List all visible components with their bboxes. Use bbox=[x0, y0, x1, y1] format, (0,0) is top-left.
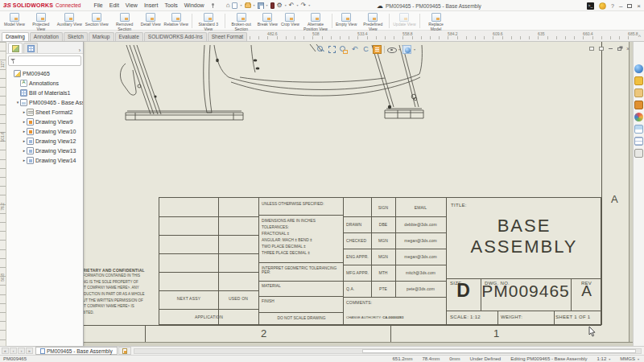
undo-caret-icon[interactable]: ▾ bbox=[296, 3, 298, 7]
save-caret-icon[interactable]: ▾ bbox=[266, 3, 268, 7]
tree-item-sheet-format2[interactable]: ▸Sheet Format2 bbox=[6, 107, 83, 117]
empty-view-button[interactable]: Empty View bbox=[334, 12, 358, 30]
auxiliary-view-button[interactable]: Auxiliary View bbox=[56, 12, 84, 30]
view-palette-icon[interactable] bbox=[634, 137, 643, 146]
doc-close-icon[interactable]: × bbox=[626, 47, 630, 51]
tab-solidworks-add-ins[interactable]: SOLIDWORKS Add-Ins bbox=[144, 32, 207, 41]
undo-icon[interactable]: ↶ bbox=[289, 2, 295, 9]
drawing-canvas[interactable]: 2 1 A ↶C▾▾ × PROPRIETARY AND CONFIDENTIA… bbox=[6, 42, 633, 346]
tab-sheet-format[interactable]: Sheet Format bbox=[208, 32, 247, 41]
doc-restore-icon[interactable] bbox=[617, 47, 621, 51]
model-view-button[interactable]: Model View bbox=[2, 12, 27, 30]
design-library-icon[interactable] bbox=[634, 76, 643, 85]
status-scale[interactable]: 1:12 bbox=[597, 356, 611, 361]
hide-show-items-icon[interactable] bbox=[387, 45, 396, 54]
break-view-button[interactable]: Break View bbox=[256, 12, 279, 30]
tree-filter-box[interactable] bbox=[8, 56, 81, 66]
new-caret-icon[interactable]: ▾ bbox=[240, 3, 242, 7]
redraw-icon[interactable]: C bbox=[361, 45, 370, 54]
sheet-properties-icon[interactable] bbox=[373, 45, 382, 54]
dropdown-caret-icon[interactable]: ▾ bbox=[398, 47, 400, 51]
tree-item-drawing-view14[interactable]: ▸Drawing View14 bbox=[6, 155, 83, 165]
tab-evaluate[interactable]: Evaluate bbox=[115, 32, 143, 41]
ruler-label: 76.2 bbox=[0, 203, 5, 211]
crop-view-button[interactable]: Crop View bbox=[279, 12, 301, 30]
minimize-button[interactable]: – bbox=[619, 2, 622, 10]
menu-file[interactable]: File bbox=[93, 2, 102, 8]
last-sheet-icon[interactable]: » bbox=[26, 348, 33, 354]
help-icon[interactable]: ? bbox=[611, 3, 614, 9]
view-settings-icon[interactable] bbox=[402, 45, 411, 54]
pane-icon[interactable] bbox=[589, 47, 594, 51]
3dexperience-launcher-icon[interactable]: >_ bbox=[587, 2, 594, 10]
next-sheet-icon[interactable]: › bbox=[18, 348, 25, 354]
tab-annotation[interactable]: Annotation bbox=[30, 32, 63, 41]
redo-caret-icon[interactable]: ▾ bbox=[308, 3, 310, 7]
custom-properties-icon[interactable] bbox=[634, 149, 643, 158]
redo-icon[interactable]: ↷ bbox=[300, 2, 306, 9]
relative-view-button[interactable]: Relative View bbox=[163, 12, 190, 30]
standard-3-view-button[interactable]: Standard 3 View bbox=[194, 12, 223, 30]
doc-minimize-icon[interactable] bbox=[609, 48, 613, 49]
horizontal-scrollbar[interactable] bbox=[134, 348, 642, 354]
pin-icon[interactable] bbox=[210, 3, 215, 8]
zoom-icon[interactable] bbox=[316, 45, 325, 54]
new-document-icon[interactable] bbox=[232, 2, 237, 9]
projected-view-button[interactable]: Projected View bbox=[27, 12, 56, 30]
options-gear-icon[interactable]: ⚙ bbox=[277, 2, 283, 9]
tree-item-annotations[interactable]: Annotations bbox=[6, 78, 83, 88]
add-sheet-tab[interactable] bbox=[118, 347, 131, 355]
lifecycle-status-icon[interactable] bbox=[270, 2, 275, 9]
tree-item-pm009465[interactable]: PM009465 bbox=[6, 68, 83, 78]
tree-item-drawing-view9[interactable]: ▸Drawing View9 bbox=[6, 117, 83, 126]
title-block[interactable]: NEXT ASSY USED ON APPLICATION UNLESS OTH… bbox=[159, 197, 601, 325]
zoom-to-fit-icon[interactable] bbox=[328, 45, 336, 54]
menu-window[interactable]: Window bbox=[184, 2, 204, 8]
predefined-view-button[interactable]: Predefined View bbox=[358, 12, 387, 30]
menu-view[interactable]: View bbox=[126, 2, 138, 8]
tree-item-drawing-view13[interactable]: ▸Drawing View13 bbox=[6, 146, 83, 155]
close-button[interactable]: × bbox=[637, 2, 641, 10]
home-icon[interactable]: ⌂ bbox=[226, 2, 230, 9]
section-view-button[interactable]: Section View bbox=[84, 12, 110, 30]
tab-sketch[interactable]: Sketch bbox=[64, 32, 88, 41]
scene-icon[interactable] bbox=[634, 125, 643, 134]
file-explorer-icon[interactable] bbox=[634, 88, 643, 97]
toolbox-icon[interactable] bbox=[634, 101, 643, 109]
menu-edit[interactable]: Edit bbox=[109, 2, 119, 8]
previous-view-icon[interactable]: ↶ bbox=[350, 45, 359, 54]
status-units[interactable]: MMGS bbox=[620, 356, 639, 361]
save-icon[interactable] bbox=[258, 2, 264, 9]
tree-item-bill-of-materials1[interactable]: Bill of Materials1 bbox=[6, 88, 83, 97]
detail-view-button[interactable]: Detail View bbox=[139, 12, 163, 30]
scrollbar-thumb[interactable] bbox=[362, 349, 636, 353]
active-sheet-tab[interactable]: PM009465 - Base Assembly bbox=[35, 347, 118, 355]
tab-markup[interactable]: Markup bbox=[89, 32, 114, 41]
dropdown-caret-icon[interactable]: ▾ bbox=[414, 47, 415, 51]
prev-sheet-icon[interactable]: ‹ bbox=[10, 348, 17, 354]
menu-insert[interactable]: Insert bbox=[144, 2, 159, 8]
tree-item-pm009465-base-assembly[interactable]: ▾PM009465 - Base Assembly bbox=[6, 97, 83, 107]
alternate-position-view-button[interactable]: Alternate Position View bbox=[301, 12, 330, 30]
open-caret-icon[interactable]: ▾ bbox=[254, 3, 255, 7]
tab-property-manager[interactable] bbox=[23, 43, 38, 53]
removed-section-button[interactable]: Removed Section bbox=[110, 12, 139, 30]
zoom-to-area-icon[interactable] bbox=[339, 45, 348, 54]
tree-item-drawing-view10[interactable]: ▸Drawing View10 bbox=[6, 126, 83, 136]
first-sheet-icon[interactable]: « bbox=[2, 348, 9, 354]
broken-out-section-button[interactable]: Broken-out Section bbox=[227, 12, 256, 30]
pane-icon[interactable] bbox=[599, 47, 604, 51]
options-caret-icon[interactable]: ▾ bbox=[285, 3, 287, 7]
3dexperience-icon[interactable] bbox=[634, 64, 643, 73]
replace-model-button[interactable]: Replace Model bbox=[422, 12, 451, 30]
panel-overflow-chevron-icon[interactable]: › bbox=[79, 47, 81, 53]
tree-item-drawing-view12[interactable]: ▸Drawing View12 bbox=[6, 136, 83, 146]
user-avatar[interactable] bbox=[599, 2, 606, 10]
appearances-icon[interactable] bbox=[634, 113, 643, 121]
tab-feature-tree[interactable] bbox=[8, 43, 23, 53]
menu-tools[interactable]: Tools bbox=[164, 2, 177, 8]
tab-drawing[interactable]: Drawing bbox=[2, 32, 29, 41]
open-icon[interactable] bbox=[245, 3, 251, 8]
collapse-ribbon-icon[interactable]: ^ bbox=[638, 34, 641, 39]
maximize-button[interactable] bbox=[627, 4, 632, 8]
